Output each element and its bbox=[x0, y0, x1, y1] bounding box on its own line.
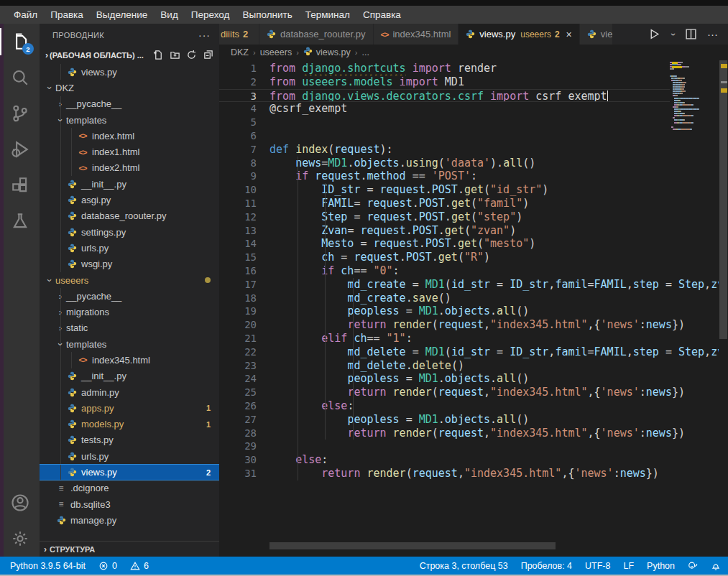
chevron-down-icon[interactable]: › bbox=[668, 33, 678, 36]
status-Строка 3, столбец 53[interactable]: Строка 3, столбец 53 bbox=[420, 561, 508, 571]
tree-file-urls.py[interactable]: urls.py bbox=[40, 448, 219, 464]
tree-folder-static[interactable]: ›static bbox=[40, 320, 219, 336]
menu-item-выполнить[interactable]: Выполнить bbox=[236, 7, 298, 22]
tree-file-__init__.py[interactable]: __init__.py bbox=[40, 176, 219, 192]
tree-item-label: index2.html bbox=[92, 162, 139, 173]
breadcrumb-item-views.py[interactable]: views.py bbox=[303, 47, 351, 58]
tree-item-label: __init__.py bbox=[81, 371, 126, 381]
more-actions-icon[interactable]: ··· bbox=[707, 28, 718, 40]
tree-file-models.py[interactable]: models.py1 bbox=[40, 417, 219, 432]
tree-file-urls.py[interactable]: urls.py bbox=[40, 240, 219, 256]
tree-file-settings.py[interactable]: settings.py bbox=[40, 224, 219, 240]
breadcrumb-label: DKZ bbox=[231, 47, 249, 57]
sidebar-more-icon[interactable]: ··· bbox=[198, 29, 211, 41]
horizontal-scrollbar-thumb[interactable] bbox=[269, 542, 556, 549]
status-warnings-icon[interactable]: 6 bbox=[130, 561, 149, 571]
line-number: 6 bbox=[219, 129, 257, 143]
account-icon[interactable] bbox=[0, 485, 40, 521]
tab-index345.html[interactable]: <>index345.html bbox=[374, 24, 459, 45]
explorer-icon[interactable]: 2 bbox=[0, 24, 40, 60]
split-editor-icon[interactable] bbox=[685, 28, 697, 40]
breadcrumb-item-...[interactable]: ... bbox=[361, 47, 369, 57]
tree-folder-DKZ[interactable]: ›DKZ bbox=[40, 80, 219, 96]
outline-section-header[interactable]: › СТРУКТУРА bbox=[40, 541, 219, 557]
tree-file-index1.html[interactable]: <>index1.html bbox=[40, 144, 219, 159]
status-Пробелов: 4[interactable]: Пробелов: 4 bbox=[521, 561, 572, 571]
tree-folder-__pycache__[interactable]: ›__pycache__ bbox=[40, 288, 219, 304]
line-number: 3 bbox=[219, 90, 257, 103]
python-file-icon bbox=[66, 243, 78, 253]
tab-vie[interactable]: vie bbox=[580, 24, 613, 45]
tree-file-wsgi.py[interactable]: wsgi.py bbox=[40, 256, 219, 272]
menu-item-вид[interactable]: Вид bbox=[154, 7, 184, 22]
tab-bar: diiits2database_roouter.py<>index345.htm… bbox=[219, 24, 728, 45]
tree-file-apps.py[interactable]: apps.py1 bbox=[40, 400, 219, 416]
tree-folder-__pycache__[interactable]: ›__pycache__ bbox=[40, 96, 219, 112]
code-editor[interactable]: 1from django.shortcuts import render2fro… bbox=[219, 60, 728, 557]
status-errors-icon[interactable]: 0 bbox=[98, 561, 117, 571]
tree-file-database_roouter.py[interactable]: database_roouter.py bbox=[40, 208, 219, 224]
tree-file-tests.py[interactable]: tests.py bbox=[40, 432, 219, 448]
menu-item-файл[interactable]: Файл bbox=[7, 7, 44, 22]
tree-folder-templates[interactable]: ›templates bbox=[40, 336, 219, 352]
tree-folder-migrations[interactable]: ›migrations bbox=[40, 304, 219, 320]
menu-item-терминал[interactable]: Терминал bbox=[299, 7, 356, 22]
vertical-scrollbar-thumb[interactable] bbox=[719, 60, 727, 339]
tab-views.py[interactable]: views.pyuseeers2× bbox=[459, 24, 579, 45]
tree-file-index345.html[interactable]: <>index345.html bbox=[40, 352, 219, 368]
line-number: 16 bbox=[219, 264, 257, 278]
menu-item-правка[interactable]: Правка bbox=[44, 7, 90, 22]
tree-folder-templates[interactable]: ›templates bbox=[40, 112, 219, 128]
run-debug-icon[interactable] bbox=[0, 131, 40, 167]
tree-file-__init__.py[interactable]: __init__.py bbox=[40, 368, 219, 384]
tree-file-index2.html[interactable]: <>index2.html bbox=[40, 160, 219, 176]
tab-diiits[interactable]: diiits2 bbox=[219, 24, 259, 45]
breadcrumb[interactable]: DKZ›useeers›views.py›... bbox=[219, 45, 728, 60]
tree-file-manage.py[interactable]: manage.py bbox=[40, 512, 219, 528]
breadcrumb-item-DKZ[interactable]: DKZ bbox=[231, 47, 249, 57]
status-Python[interactable]: Python bbox=[647, 561, 675, 571]
tab-label: database_roouter.py bbox=[280, 29, 366, 40]
line-number: 26 bbox=[219, 399, 257, 413]
tree-file-db.sqlite3[interactable]: ≡db.sqlite3 bbox=[40, 496, 219, 512]
extensions-icon[interactable] bbox=[0, 167, 40, 203]
tree-file-.dcignore[interactable]: ≡.dcignore bbox=[40, 480, 219, 496]
menu-item-выделение[interactable]: Выделение bbox=[90, 7, 155, 22]
tree-file-asgi.py[interactable]: asgi.py bbox=[40, 192, 219, 208]
status-Python 3.9.5 64-bit[interactable]: Python 3.9.5 64-bit bbox=[10, 561, 86, 571]
outline-label: СТРУКТУРА bbox=[50, 545, 95, 554]
minimap[interactable] bbox=[670, 62, 719, 131]
testing-icon[interactable] bbox=[0, 203, 40, 239]
settings-gear-icon[interactable] bbox=[0, 521, 40, 557]
overview-warning-mark bbox=[721, 64, 727, 68]
status-feedback-icon[interactable] bbox=[688, 561, 698, 571]
python-file-icon bbox=[66, 404, 78, 413]
new-folder-icon[interactable] bbox=[170, 50, 180, 62]
workspace-section-header[interactable]: › (РАБОЧАЯ ОБЛАСТЬ) ... bbox=[40, 47, 219, 64]
tree-file-index.html[interactable]: <>index.html bbox=[40, 128, 219, 144]
source-control-icon[interactable] bbox=[0, 96, 40, 131]
menu-item-справка[interactable]: Справка bbox=[356, 7, 407, 22]
tab-database_roouter.py[interactable]: database_roouter.py bbox=[259, 24, 374, 45]
refresh-icon[interactable] bbox=[186, 50, 197, 62]
status-UTF-8[interactable]: UTF-8 bbox=[585, 561, 610, 571]
tree-file-admin.py[interactable]: admin.py bbox=[40, 384, 219, 400]
minimap-token bbox=[683, 88, 684, 90]
menu-item-переход[interactable]: Переход bbox=[185, 7, 236, 22]
tree-file-views.py[interactable]: views.py2 bbox=[40, 464, 219, 480]
minimap-token bbox=[683, 115, 688, 116]
run-button-icon[interactable] bbox=[648, 28, 660, 40]
close-icon[interactable]: × bbox=[566, 29, 572, 40]
new-file-icon[interactable] bbox=[153, 50, 164, 62]
line-number: 23 bbox=[219, 359, 257, 373]
tree-file-views.py[interactable]: views.py bbox=[40, 64, 219, 80]
status-notifications-bell-icon[interactable] bbox=[711, 561, 721, 571]
tree-folder-useeers[interactable]: ›useeers bbox=[40, 272, 219, 288]
search-icon[interactable] bbox=[0, 60, 40, 96]
vertical-scrollbar[interactable] bbox=[719, 60, 728, 557]
breadcrumb-item-useeers[interactable]: useeers bbox=[260, 47, 292, 57]
collapse-all-icon[interactable] bbox=[203, 50, 213, 62]
line-number: 11 bbox=[219, 197, 257, 210]
python-file-icon bbox=[66, 388, 78, 397]
status-LF[interactable]: LF bbox=[623, 561, 634, 571]
